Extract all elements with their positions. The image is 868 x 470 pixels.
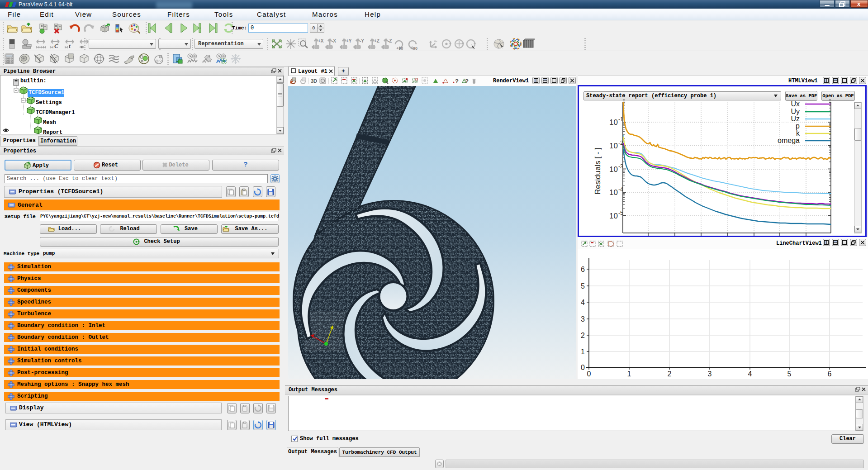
svg-text:+X: +X xyxy=(318,38,324,43)
svg-text:Residuals [ - ]: Residuals [ - ] xyxy=(593,147,602,195)
svg-text:2: 2 xyxy=(581,332,585,339)
svg-text:p: p xyxy=(796,122,800,130)
svg-text:4: 4 xyxy=(581,299,585,306)
svg-text:-90: -90 xyxy=(412,46,417,51)
svg-text:Uz: Uz xyxy=(791,115,800,123)
svg-text:k: k xyxy=(796,129,800,137)
svg-text:10: 10 xyxy=(609,165,618,174)
svg-text:-Y: -Y xyxy=(360,38,364,43)
svg-text:-1: -1 xyxy=(618,116,623,123)
svg-text:10: 10 xyxy=(609,212,618,220)
svg-text:5: 5 xyxy=(581,282,585,290)
svg-text:omega: omega xyxy=(778,137,800,144)
svg-text:3: 3 xyxy=(581,315,585,323)
svg-text:10: 10 xyxy=(609,142,618,150)
svg-text:1: 1 xyxy=(627,370,631,378)
svg-text:1: 1 xyxy=(581,348,585,356)
svg-text:?: ? xyxy=(465,78,469,85)
svg-text:6: 6 xyxy=(581,266,585,273)
svg-text:+Y: +Y xyxy=(346,38,352,43)
svg-text:+Z: +Z xyxy=(374,38,379,43)
svg-text:4: 4 xyxy=(748,370,752,378)
svg-text:-X: -X xyxy=(332,38,336,43)
svg-text:0: 0 xyxy=(587,370,591,378)
svg-text:10: 10 xyxy=(609,188,618,197)
svg-text:-2: -2 xyxy=(618,140,623,146)
svg-text:6: 6 xyxy=(828,370,832,378)
svg-text:10: 10 xyxy=(609,118,618,127)
svg-text:-3: -3 xyxy=(618,163,623,170)
svg-text:3D: 3D xyxy=(311,78,317,84)
svg-text:+90: +90 xyxy=(396,46,403,51)
svg-text:-4: -4 xyxy=(618,186,623,193)
svg-text:3: 3 xyxy=(708,370,712,378)
svg-text:-Z: -Z xyxy=(388,38,392,43)
svg-text:?: ? xyxy=(455,78,459,85)
svg-text:t: t xyxy=(69,43,71,49)
svg-text:5: 5 xyxy=(787,370,792,378)
svg-text:-5: -5 xyxy=(618,210,623,216)
svg-text:Ux: Ux xyxy=(791,100,800,108)
svg-text:0: 0 xyxy=(581,364,585,371)
svg-text:C: C xyxy=(54,43,58,49)
svg-text:Uy: Uy xyxy=(791,108,800,115)
svg-text:2: 2 xyxy=(668,370,672,378)
